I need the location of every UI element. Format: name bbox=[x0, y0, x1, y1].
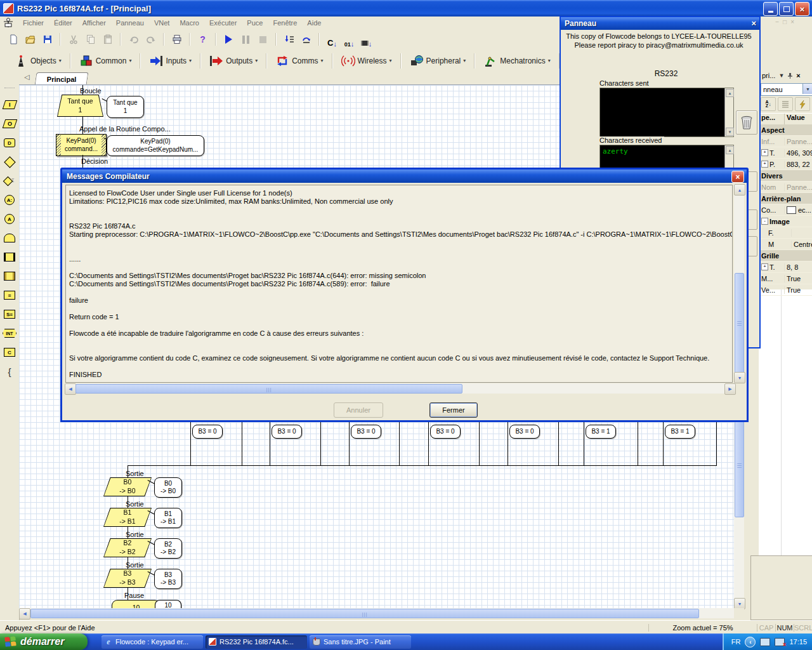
color-swatch[interactable] bbox=[787, 206, 796, 214]
property-group[interactable]: Aspect bbox=[759, 124, 812, 136]
scroll-down-icon[interactable]: ▼ bbox=[734, 372, 745, 383]
compile-asm-button[interactable]: 01↓ bbox=[341, 32, 357, 48]
panneau-title-bar[interactable]: Panneau × bbox=[561, 17, 759, 30]
open-button[interactable] bbox=[22, 32, 38, 48]
close-button[interactable]: × bbox=[795, 2, 809, 16]
menu-panneau[interactable]: Panneau bbox=[111, 18, 149, 28]
property-row[interactable]: F. bbox=[759, 227, 812, 239]
interrupt-shape-button[interactable]: INT bbox=[0, 324, 19, 343]
scrollbar-thumb[interactable]: ||| bbox=[735, 415, 744, 517]
undo-button[interactable] bbox=[126, 32, 141, 48]
menu-vnet[interactable]: VNet bbox=[149, 18, 174, 28]
language-indicator[interactable]: FR bbox=[731, 638, 741, 646]
output-shape-b1[interactable]: B1 -> B1 bbox=[103, 508, 152, 527]
tray-collapse-icon[interactable]: ‹ bbox=[745, 637, 756, 647]
pin-icon[interactable] bbox=[787, 72, 793, 79]
cancel-button[interactable]: Annuler bbox=[334, 402, 383, 418]
property-row[interactable]: Inf...Panne... bbox=[759, 136, 812, 147]
string-shape-button[interactable]: S= bbox=[0, 305, 19, 324]
property-subgroup[interactable]: -Image bbox=[759, 216, 812, 227]
macro-shape-button[interactable] bbox=[0, 248, 19, 267]
panel-close-icon[interactable]: × bbox=[796, 72, 800, 79]
components-objects[interactable]: Objects▾ bbox=[10, 52, 65, 70]
component-macro-shape[interactable]: KeyPad(0) command... bbox=[56, 134, 107, 156]
scroll-up-icon[interactable]: ▲ bbox=[726, 89, 734, 97]
cut-button[interactable] bbox=[65, 32, 81, 48]
mdi-restore-icon[interactable]: □ bbox=[783, 18, 787, 25]
compile-chip-button[interactable]: ↓ bbox=[358, 32, 374, 48]
output-shape-button[interactable]: O bbox=[0, 114, 19, 133]
property-row[interactable]: M...True bbox=[759, 273, 812, 284]
output-shape-b2[interactable]: B2 -> B2 bbox=[103, 538, 152, 557]
run-button[interactable] bbox=[221, 32, 237, 48]
sort-az-button[interactable]: AZ↓ bbox=[761, 97, 776, 111]
expander-icon[interactable]: + bbox=[761, 161, 768, 168]
property-row[interactable]: +T.496, 309 bbox=[759, 147, 812, 159]
step-over-button[interactable] bbox=[298, 32, 314, 48]
tab-principal[interactable]: Principal bbox=[35, 72, 89, 85]
dialog-close-button[interactable]: × bbox=[731, 171, 744, 183]
taskbar-task-flowcode-help[interactable]: e Flowcode : Keypad er... bbox=[102, 635, 203, 649]
scroll-right-icon[interactable]: ▶ bbox=[724, 383, 736, 395]
connection-shape-button[interactable]: A: bbox=[0, 190, 19, 209]
expander-icon[interactable]: + bbox=[761, 263, 768, 270]
canvas-horizontal-scrollbar[interactable]: ◀ ||| bbox=[19, 608, 734, 618]
menu-fenetre[interactable]: Fenêtre bbox=[268, 18, 302, 28]
comment-shape-button[interactable]: { bbox=[0, 362, 19, 381]
property-row[interactable]: MCentre bbox=[759, 239, 812, 250]
output-shape-b3[interactable]: B3 -> B3 bbox=[103, 569, 152, 588]
switch-shape-button[interactable]: ⌶ bbox=[0, 171, 19, 190]
property-group[interactable]: Divers bbox=[759, 170, 812, 182]
scroll-down-icon[interactable]: ▼ bbox=[726, 128, 734, 136]
loop-shape-button[interactable] bbox=[0, 229, 19, 248]
scroll-up-icon[interactable]: ▲ bbox=[726, 146, 734, 154]
stop-button[interactable] bbox=[255, 32, 271, 48]
network-error-tray-icon[interactable] bbox=[775, 638, 785, 646]
redo-button[interactable] bbox=[143, 32, 159, 48]
property-pages-button[interactable] bbox=[795, 97, 810, 111]
scrollbar-thumb[interactable]: ||| bbox=[75, 384, 462, 394]
compile-c-button[interactable]: C↓ bbox=[324, 32, 340, 48]
menu-editer[interactable]: Éditer bbox=[49, 18, 77, 28]
save-button[interactable] bbox=[39, 32, 55, 48]
menu-macro[interactable]: Macro bbox=[174, 18, 204, 28]
components-peripheral[interactable]: Peripheral▾ bbox=[406, 52, 470, 70]
paste-button[interactable] bbox=[100, 32, 115, 48]
dialog-title-bar[interactable]: Messages Compilateur bbox=[62, 169, 747, 183]
property-row[interactable]: NomPanne... bbox=[759, 182, 812, 193]
scrollbar-thumb[interactable]: ||| bbox=[30, 609, 699, 618]
help-button[interactable]: ? bbox=[195, 32, 211, 48]
goto-shape-button[interactable]: A bbox=[0, 209, 19, 229]
menu-afficher[interactable]: Afficher bbox=[77, 18, 111, 28]
categorized-button[interactable] bbox=[778, 97, 793, 111]
property-row[interactable]: +P.883, 22 bbox=[759, 159, 812, 170]
property-row[interactable]: Co...ec... bbox=[759, 204, 812, 216]
scroll-left-icon[interactable]: ◀ bbox=[19, 608, 30, 620]
characters-sent-display[interactable]: ▲ ▼ bbox=[599, 88, 734, 137]
taskbar-task-flowcode[interactable]: RS232 Pic 16f874A.fc... bbox=[206, 635, 307, 649]
restore-button[interactable] bbox=[779, 2, 794, 16]
menu-aide[interactable]: Aide bbox=[302, 18, 326, 28]
menu-puce[interactable]: Puce bbox=[242, 18, 268, 28]
scroll-up-icon[interactable]: ▲ bbox=[734, 184, 745, 196]
object-selector[interactable]: nneau ▼ bbox=[761, 83, 812, 96]
property-group[interactable]: Arrière-plan bbox=[759, 193, 812, 204]
start-button[interactable]: démarrer bbox=[0, 633, 88, 650]
input-shape-button[interactable]: I bbox=[0, 95, 19, 114]
component-macro-shape-button[interactable] bbox=[0, 267, 19, 286]
scroll-left-icon[interactable]: ◀ bbox=[65, 383, 76, 395]
components-outputs[interactable]: Outputs▾ bbox=[206, 52, 261, 70]
menu-executer[interactable]: Exécuter bbox=[204, 18, 242, 28]
panel-menu-icon[interactable]: ▼ bbox=[778, 72, 784, 79]
components-comms[interactable]: Comms▾ bbox=[272, 52, 327, 70]
clear-button[interactable] bbox=[736, 110, 757, 135]
combo-dropdown-icon[interactable]: ▼ bbox=[802, 84, 812, 94]
properties-header[interactable]: pri... ▼ × bbox=[759, 70, 812, 81]
new-button[interactable] bbox=[5, 32, 21, 48]
dialog-vertical-scrollbar[interactable]: ▲ ||| ▼ bbox=[734, 184, 744, 383]
collapse-icon[interactable]: - bbox=[761, 218, 768, 225]
print-button[interactable] bbox=[169, 32, 185, 48]
property-group[interactable]: Grille bbox=[759, 250, 812, 262]
step-into-button[interactable] bbox=[281, 32, 297, 48]
close-dialog-button[interactable]: Fermer bbox=[429, 402, 478, 418]
